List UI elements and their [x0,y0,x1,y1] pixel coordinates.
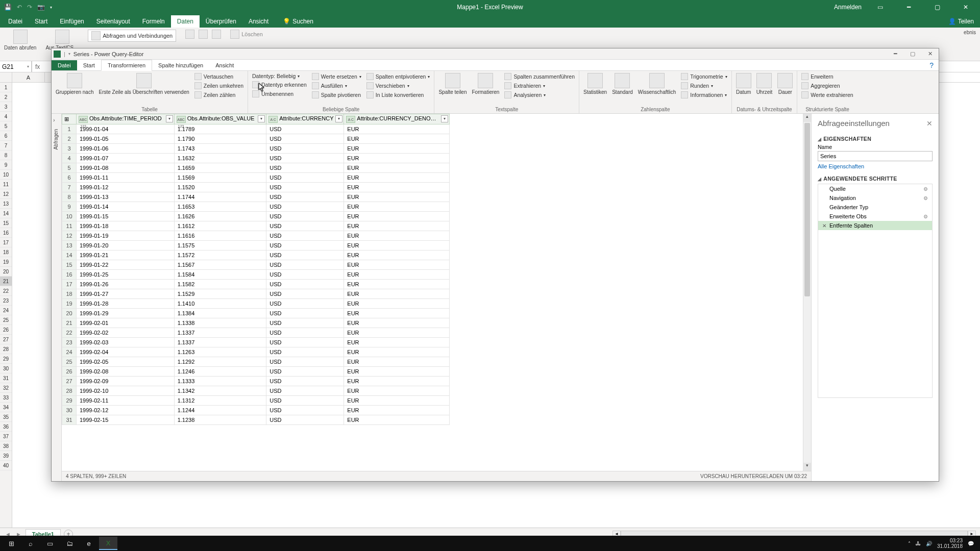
pq-cell[interactable]: USD [266,183,344,192]
pq-cell[interactable]: 1.1384 [174,309,266,318]
pq-cell[interactable]: EUR [344,270,450,280]
pq-cell[interactable]: 1999-01-13 [77,192,175,202]
pq-cell[interactable]: EUR [344,338,450,347]
row-header[interactable]: 33 [0,393,12,403]
pq-cell[interactable]: USD [266,212,344,221]
maximize-icon[interactable]: ▢ [927,4,947,11]
pq-cell[interactable]: 1999-01-29 [77,309,175,318]
row-header[interactable]: 39 [0,451,12,461]
row-header[interactable]: 2 [0,92,12,102]
pq-maximize-icon[interactable]: ▢ [904,51,921,57]
pq-cell[interactable]: 1.1584 [174,270,266,280]
pq-cell[interactable]: 1999-01-07 [77,154,175,163]
pq-column-header[interactable]: ABC 123Obs.Attribute:TIME_PERIOD▾ [77,114,175,124]
pq-cell[interactable]: 1999-01-11 [77,173,175,183]
pq-cell[interactable]: 1999-02-04 [77,347,175,357]
pq-data-grid[interactable]: ⊞ABC 123Obs.Attribute:TIME_PERIOD▾ABC 12… [62,114,811,471]
count-rows-button[interactable]: Zeilen zählen [194,91,243,98]
pq-cell[interactable]: 1.1520 [174,183,266,192]
row-header[interactable]: 28 [0,344,12,354]
pq-cell[interactable]: 1.1659 [174,163,266,173]
excel-taskbar-icon[interactable]: X [99,537,117,550]
name-box[interactable]: G21▾ [0,61,32,72]
pq-cell[interactable]: EUR [344,328,450,338]
task-view-icon[interactable]: ▭ [41,537,59,550]
pq-minimize-icon[interactable]: ━ [887,51,904,57]
tab-start[interactable]: Start [29,15,54,28]
pq-cell[interactable]: 1.1612 [174,221,266,231]
applied-step[interactable]: ✕Entfernte Spalten [818,221,932,230]
pq-row-number[interactable]: 17 [62,280,77,289]
pq-cell[interactable]: USD [266,192,344,202]
pq-cell[interactable]: USD [266,202,344,212]
detect-type-button[interactable]: Datentyp erkennen [252,81,307,88]
pq-row-number[interactable]: 16 [62,270,77,280]
pq-cell[interactable]: 1.1338 [174,318,266,328]
row-header[interactable]: 35 [0,412,12,422]
scientific-button[interactable]: Wissenschaftlich [638,73,676,95]
query-settings-close-icon[interactable]: ✕ [926,119,933,128]
qat-dropdown-icon[interactable]: ▾ [50,5,52,10]
pq-column-header[interactable]: A CAttribute:CURRENCY▾ [266,114,344,124]
query-name-input[interactable] [818,151,933,161]
pq-cell[interactable]: USD [266,163,344,173]
pq-cell[interactable]: 1999-01-05 [77,134,175,144]
scroll-down-icon[interactable]: ▾ [803,463,811,471]
select-all-corner[interactable] [0,72,12,82]
fill-button[interactable]: Ausfüllen▾ [312,82,361,89]
column-filter-icon[interactable]: ▾ [335,115,342,122]
row-header[interactable]: 30 [0,364,12,373]
pq-cell[interactable]: 1.1744 [174,192,266,202]
pq-cell[interactable]: USD [266,173,344,183]
pq-cell[interactable]: 1999-02-11 [77,396,175,406]
pq-cell[interactable]: 1999-01-28 [77,299,175,309]
pq-cell[interactable]: EUR [344,318,450,328]
applied-step[interactable]: Navigation⚙ [818,193,932,203]
pq-cell[interactable]: USD [266,154,344,163]
pq-corner[interactable]: ⊞ [62,114,77,124]
standard-button[interactable]: Standard [612,73,633,95]
row-header[interactable]: 29 [0,354,12,364]
pq-cell[interactable]: USD [266,357,344,367]
pq-cell[interactable]: 1999-02-10 [77,386,175,396]
row-header[interactable]: 14 [0,209,12,218]
pq-cell[interactable]: USD [266,415,344,425]
pq-tab-transformieren[interactable]: Transformieren [101,60,152,71]
row-header[interactable]: 38 [0,441,12,451]
step-delete-icon[interactable]: ✕ [822,223,827,229]
pq-cell[interactable]: 1999-02-01 [77,318,175,328]
pq-cell[interactable]: EUR [344,415,450,425]
pq-cell[interactable]: 1.1575 [174,241,266,251]
windows-taskbar[interactable]: ⊞ ⌕ ▭ 🗂 e X ˄ 🖧 🔊 03:23 31.01.2018 💬 [0,536,980,551]
scroll-thumb[interactable] [804,123,810,296]
pq-cell[interactable]: 1999-01-08 [77,163,175,173]
pq-row-number[interactable]: 2 [62,134,77,144]
pq-cell[interactable]: USD [266,270,344,280]
pq-row-number[interactable]: 18 [62,289,77,299]
sort-asc-icon[interactable] [185,30,194,39]
pq-cell[interactable]: USD [266,260,344,270]
taskbar-search-icon[interactable]: ⌕ [21,537,40,550]
queries-expand-icon[interactable]: › [53,117,55,123]
rename-button[interactable]: Umbenennen [252,90,307,97]
pq-row-number[interactable]: 14 [62,251,77,260]
pq-cell[interactable]: EUR [344,124,450,134]
transpose-button[interactable]: Vertauschen [194,73,243,80]
pq-cell[interactable]: 1999-01-06 [77,144,175,154]
pq-column-header[interactable]: ABC 123Obs.Attribute:OBS_VALUE▾ [174,114,266,124]
pq-cell[interactable]: EUR [344,357,450,367]
parse-button[interactable]: Analysieren▾ [504,91,575,98]
pq-cell[interactable]: 1.1292 [174,357,266,367]
pq-cell[interactable]: EUR [344,386,450,396]
row-header[interactable]: 8 [0,151,12,160]
tray-chevron-icon[interactable]: ˄ [908,541,911,546]
pq-cell[interactable]: USD [266,221,344,231]
pq-cell[interactable]: USD [266,396,344,406]
row-header[interactable]: 40 [0,461,12,470]
pq-cell[interactable]: 1999-02-05 [77,357,175,367]
clear-filter-button[interactable]: Löschen [230,30,263,39]
pq-cell[interactable]: EUR [344,192,450,202]
pq-row-number[interactable]: 8 [62,192,77,202]
pq-cell[interactable]: 1999-01-12 [77,183,175,192]
data-type-dropdown[interactable]: Datentyp: Beliebig▾ [252,73,307,79]
